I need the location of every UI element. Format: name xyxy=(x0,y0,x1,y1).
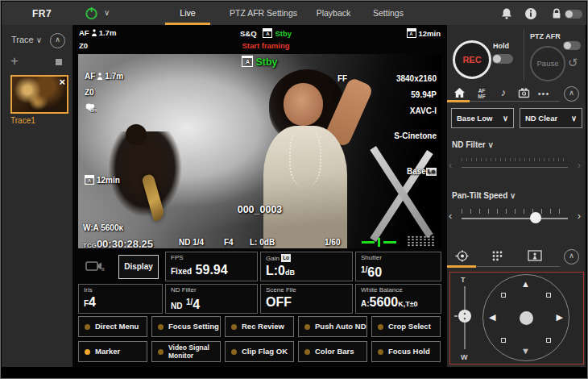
slider-ticks xyxy=(462,158,568,161)
app-title: FR7 xyxy=(32,8,52,19)
rec-hold-toggle[interactable] xyxy=(492,54,513,64)
zoom-slider-thumb[interactable]: ▴▾ xyxy=(458,310,471,323)
pan-tilt-speed-section-label[interactable]: Pan-Tilt Speed ∨ xyxy=(452,191,516,200)
tab-audio-icon[interactable]: ♪ xyxy=(495,86,511,99)
video-scan-mode: FF xyxy=(337,74,347,83)
tab-framing-icon[interactable] xyxy=(528,250,544,263)
pause-button[interactable]: Pause xyxy=(530,46,565,81)
tab-home-icon[interactable] xyxy=(451,86,467,99)
assign-button-marker[interactable]: Marker xyxy=(78,341,147,362)
slider-left-chevron[interactable]: ‹ xyxy=(449,160,452,171)
nd-filter-section-label[interactable]: ND Filter ∨ xyxy=(452,140,494,149)
tab-more-icon[interactable]: ••• xyxy=(536,89,552,102)
status-media-remaining: A12min xyxy=(407,28,441,38)
slider-right-chevron[interactable]: › xyxy=(578,160,581,171)
video-record-status: AStby xyxy=(78,56,441,68)
display-button[interactable]: Display xyxy=(118,255,159,279)
tab-af-mf-icon[interactable]: AFMF xyxy=(474,88,490,101)
video-shutter-value: 1/60 xyxy=(325,238,340,247)
tab-camera-icon[interactable] xyxy=(516,86,532,99)
assign-button-clip-flag-ok[interactable]: Clip Flag OK xyxy=(225,341,294,362)
slider-right-chevron[interactable]: › xyxy=(578,210,581,222)
iris-cell[interactable]: Iris F4 xyxy=(78,284,163,314)
active-settings-tab-underline xyxy=(447,100,470,102)
assign-button-rec-review[interactable]: Rec Review xyxy=(225,316,294,337)
assign-button-color-bars[interactable]: Color Bars xyxy=(298,341,367,362)
tab-settings[interactable]: Settings xyxy=(366,2,411,25)
svg-text:x: x xyxy=(101,266,105,272)
fps-cell[interactable]: FPS Fixed 59.94 xyxy=(165,252,258,281)
assign-button-video-signal-monitor[interactable]: Video Signal Monitor xyxy=(151,341,221,362)
collapse-trace-panel-icon[interactable]: ∧ xyxy=(50,33,65,48)
base-iso-select[interactable]: Base Low∨ xyxy=(451,108,514,128)
tilt-up-arrow[interactable]: ▲ xyxy=(521,280,530,289)
pan-right-arrow[interactable]: ▶ xyxy=(557,313,563,322)
camera-control-panel: x Display FPS Fixed 59.94 Gain Lo L:0dB … xyxy=(78,252,441,314)
trace-thumbnail[interactable]: × xyxy=(10,75,68,114)
assign-button-crop-select[interactable]: Crop Select xyxy=(371,316,441,337)
restart-icon[interactable]: ↺ xyxy=(568,56,578,70)
gain-cell[interactable]: Gain Lo L:0dB xyxy=(260,252,353,281)
zoom-slider-mark xyxy=(454,315,458,317)
media-icon: A xyxy=(85,175,94,185)
trace-dropdown[interactable]: Trace ∨ xyxy=(11,35,42,44)
video-monitor[interactable]: AStby AF1.7m Z0 OFF A12min FF 3840x2160 … xyxy=(78,54,441,248)
zoom-wide-label: W xyxy=(461,353,468,361)
video-art-sax-player-head xyxy=(126,124,147,145)
slider-left-chevron[interactable]: ‹ xyxy=(449,210,452,222)
tab-live[interactable]: Live xyxy=(165,2,210,25)
assign-lamp xyxy=(231,349,237,355)
pan-tilt-joystick[interactable]: ▲ ▼ ◀ ▶ xyxy=(482,274,569,361)
video-zoom-position: Z0 xyxy=(85,88,94,97)
tilt-down-arrow[interactable]: ▼ xyxy=(521,347,530,356)
shutter-cell[interactable]: Shutter 1/60 xyxy=(355,252,441,281)
pan-tilt-speed-slider[interactable]: ‹ › xyxy=(449,207,581,227)
nd-filter-cell[interactable]: ND Filter ND 1/4 xyxy=(165,284,258,314)
camera-off-icon[interactable]: x xyxy=(80,255,112,277)
scene-file-cell[interactable]: Scene File OFF xyxy=(260,284,353,314)
bell-icon[interactable] xyxy=(500,7,513,20)
info-icon[interactable] xyxy=(524,7,537,20)
fr7-remote-app: FR7 ∨ Live PTZ AFR Settings Playback Set… xyxy=(0,0,588,379)
power-chevron-down-icon[interactable]: ∨ xyxy=(104,8,110,17)
nd-preset-select[interactable]: ND Clear∨ xyxy=(520,108,582,128)
lock-toggle[interactable] xyxy=(565,10,582,19)
video-clip-name: 000_0003 xyxy=(78,204,441,215)
assign-lamp xyxy=(85,324,90,330)
assign-button-focus-hold[interactable]: Focus Hold xyxy=(371,341,441,362)
power-icon[interactable] xyxy=(85,6,98,20)
video-af-distance: AF1.7m xyxy=(85,72,123,81)
add-trace-button[interactable]: + xyxy=(10,54,19,68)
delete-trace-icon[interactable]: × xyxy=(59,77,65,87)
white-balance-cell[interactable]: White Balance A:5600K,T±0 xyxy=(355,284,441,314)
focus-indicator xyxy=(362,238,404,247)
ptz-afr-toggle[interactable] xyxy=(563,41,581,50)
collapse-joystick-icon[interactable]: ∧ xyxy=(564,249,579,264)
tab-ptz-afr-settings[interactable]: PTZ AFR Settings xyxy=(223,2,304,25)
stop-trace-icon[interactable] xyxy=(56,59,62,65)
status-center: S&Q AStby xyxy=(197,28,334,38)
tab-preset-grid-icon[interactable] xyxy=(491,250,507,263)
video-base-iso: BaseLo xyxy=(407,167,437,176)
nd-filter-slider[interactable]: ‹ › xyxy=(449,156,581,176)
video-nd-value: ND 1/4 xyxy=(179,238,204,247)
assign-lamp xyxy=(304,324,310,330)
collapse-settings-icon[interactable]: ∧ xyxy=(564,86,579,102)
active-joystick-tab-underline xyxy=(447,265,476,268)
assign-button-push-auto-nd[interactable]: Push Auto ND xyxy=(298,316,367,337)
tab-joystick-icon[interactable] xyxy=(455,250,471,263)
assign-lamp xyxy=(304,349,310,355)
status-af-distance: AF1.7m xyxy=(79,28,116,37)
slider-track[interactable] xyxy=(462,218,568,219)
assign-button-focus-setting[interactable]: Focus Setting xyxy=(151,316,221,337)
video-gain-value: L: 0dB xyxy=(250,238,275,247)
slider-thumb[interactable] xyxy=(530,212,541,223)
assign-lamp xyxy=(158,324,164,330)
rec-button[interactable]: REC xyxy=(453,40,491,79)
joystick-center-dot[interactable] xyxy=(520,311,533,325)
assign-button-direct-menu[interactable]: Direct Menu xyxy=(78,316,147,337)
diagonal-marker xyxy=(501,293,506,298)
pan-left-arrow[interactable]: ◀ xyxy=(489,313,495,322)
tab-playback[interactable]: Playback xyxy=(309,2,358,25)
slider-track[interactable] xyxy=(462,167,568,168)
